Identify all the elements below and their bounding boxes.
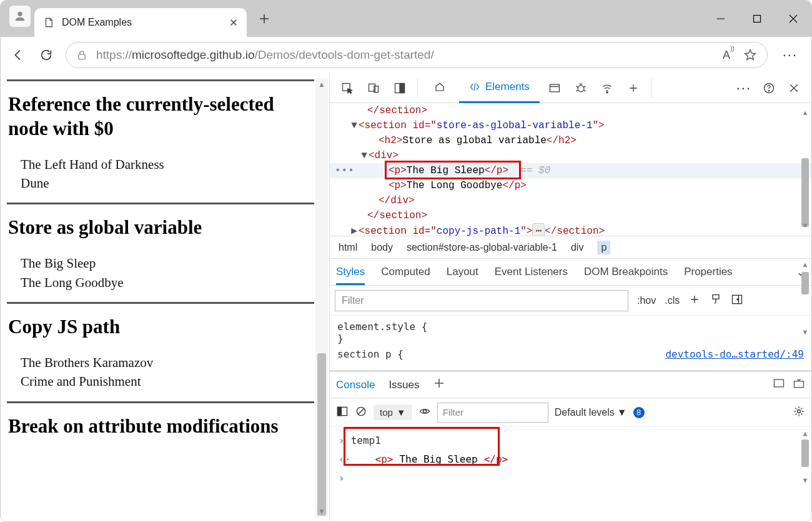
section-heading: Store as global variable bbox=[8, 216, 314, 240]
tab-properties[interactable]: Properties bbox=[684, 266, 732, 278]
close-tab-icon[interactable] bbox=[229, 18, 238, 27]
profile-button[interactable] bbox=[9, 6, 31, 27]
bug-icon[interactable] bbox=[570, 77, 592, 99]
list-item: Dune bbox=[21, 174, 314, 193]
issues-counter[interactable]: 8 bbox=[633, 407, 645, 418]
read-aloud-icon[interactable]: A)) bbox=[723, 49, 735, 62]
section-heading: Reference the currently-selected node wi… bbox=[8, 93, 314, 141]
dock-icon[interactable] bbox=[389, 77, 411, 99]
more-tabs-icon[interactable] bbox=[622, 77, 645, 99]
clear-console-icon[interactable] bbox=[355, 405, 367, 419]
devtools-panel: Elements ··· </section> ▼<section id="st… bbox=[329, 73, 811, 522]
elements-tree[interactable]: </section> ▼<section id="store-as-global… bbox=[330, 103, 811, 236]
svg-point-10 bbox=[607, 91, 608, 93]
tab-dom-breakpoints[interactable]: DOM Breakpoints bbox=[584, 266, 668, 278]
context-select[interactable]: top ▼ bbox=[374, 404, 412, 420]
svg-point-9 bbox=[578, 85, 584, 91]
console-settings-icon[interactable] bbox=[793, 405, 805, 419]
window-controls bbox=[703, 1, 811, 37]
computed-toggle-icon[interactable] bbox=[731, 293, 743, 308]
console-body[interactable]: ›temp1 ‹· <p>The Big Sleep</p> › ▲▼ bbox=[330, 427, 811, 522]
page-content: Reference the currently-selected node wi… bbox=[1, 73, 329, 522]
device-toggle-icon[interactable] bbox=[362, 77, 385, 99]
new-tab-button[interactable] bbox=[252, 6, 277, 31]
toolbar: https://microsoftedge.github.io/Demos/de… bbox=[1, 37, 811, 73]
svg-rect-2 bbox=[79, 54, 86, 59]
app-tab-icon[interactable] bbox=[543, 77, 566, 99]
scrollbar[interactable]: ▲ ▼ bbox=[315, 78, 328, 518]
hov-toggle[interactable]: :hov bbox=[637, 295, 656, 306]
paint-icon[interactable] bbox=[710, 293, 722, 308]
svg-point-20 bbox=[423, 410, 426, 413]
elements-tab[interactable]: Elements bbox=[459, 73, 540, 103]
cls-toggle[interactable]: .cls bbox=[665, 295, 680, 306]
list-item: The Brothers Karamazov bbox=[21, 353, 314, 372]
styles-toolbar: Filter :hov .cls ▲▼ bbox=[330, 286, 811, 316]
network-conditions-icon[interactable] bbox=[596, 77, 618, 99]
url-text: https://microsoftedge.github.io/Demos/de… bbox=[96, 48, 434, 62]
address-bar[interactable]: https://microsoftedge.github.io/Demos/de… bbox=[66, 42, 768, 68]
console-sidebar-toggle-icon[interactable] bbox=[336, 405, 349, 419]
window-titlebar: DOM Examples bbox=[1, 1, 811, 37]
page-icon bbox=[43, 17, 54, 28]
svg-rect-18 bbox=[338, 407, 342, 415]
console-sidebar-icon[interactable] bbox=[773, 377, 785, 393]
list-item: The Left Hand of Darkness bbox=[21, 155, 314, 174]
back-button[interactable] bbox=[11, 47, 27, 63]
new-style-rule-icon[interactable] bbox=[688, 293, 701, 308]
more-menu[interactable]: ··· bbox=[779, 47, 801, 63]
code-icon bbox=[469, 81, 480, 93]
drawer-collapse-icon[interactable] bbox=[793, 377, 805, 393]
svg-point-0 bbox=[17, 12, 22, 16]
devtools-more-icon[interactable]: ··· bbox=[733, 80, 755, 96]
inspect-element-icon[interactable] bbox=[336, 77, 359, 99]
svg-rect-13 bbox=[713, 295, 719, 299]
dom-breadcrumb[interactable]: html body section#store-as-global-variab… bbox=[330, 236, 811, 258]
issues-tab[interactable]: Issues bbox=[389, 379, 419, 391]
styles-rules[interactable]: element.style { } section p { devtools-d… bbox=[330, 316, 811, 371]
source-link[interactable]: devtools-do…started/:49 bbox=[665, 348, 804, 360]
log-levels[interactable]: Default levels ▼ bbox=[555, 407, 627, 418]
svg-rect-1 bbox=[754, 16, 761, 23]
section-heading: Copy JS path bbox=[8, 315, 314, 339]
console-filter[interactable]: Filter bbox=[437, 403, 548, 423]
help-icon[interactable] bbox=[758, 77, 780, 99]
console-drawer: Console Issues top ▼ Filter Default leve… bbox=[330, 371, 811, 522]
scrollbar[interactable]: ▲▼ bbox=[800, 106, 810, 233]
scrollbar[interactable]: ▲▼ bbox=[800, 429, 810, 484]
list-item: Crime and Punishment bbox=[21, 372, 314, 391]
devtools-toolbar: Elements ··· bbox=[330, 73, 811, 103]
tab-event-listeners[interactable]: Event Listeners bbox=[495, 266, 568, 278]
styles-filter[interactable]: Filter bbox=[335, 290, 628, 311]
svg-rect-7 bbox=[400, 83, 405, 93]
minimize-button[interactable] bbox=[703, 1, 739, 37]
tab-computed[interactable]: Computed bbox=[381, 266, 430, 278]
styles-tabs: Styles Computed Layout Event Listeners D… bbox=[330, 258, 811, 286]
svg-rect-15 bbox=[775, 379, 784, 387]
section-heading: Break on attribute modifications bbox=[8, 414, 314, 439]
tab-title: DOM Examples bbox=[62, 17, 132, 28]
close-window-button[interactable] bbox=[775, 1, 811, 37]
svg-point-21 bbox=[798, 410, 801, 413]
svg-point-12 bbox=[768, 90, 770, 91]
console-tab[interactable]: Console bbox=[336, 379, 375, 391]
list-item: The Long Goodbye bbox=[21, 273, 314, 292]
welcome-tab[interactable] bbox=[424, 73, 455, 103]
selected-node-marker: ••• bbox=[335, 163, 355, 178]
refresh-button[interactable] bbox=[38, 47, 54, 63]
tab-layout[interactable]: Layout bbox=[447, 266, 478, 278]
add-drawer-tab-icon[interactable] bbox=[433, 378, 445, 392]
console-input-line: temp1 bbox=[351, 434, 381, 446]
person-icon bbox=[13, 9, 27, 23]
home-icon bbox=[434, 81, 445, 93]
maximize-button[interactable] bbox=[739, 1, 775, 37]
browser-tab[interactable]: DOM Examples bbox=[34, 8, 247, 37]
list-item: The Big Sleep bbox=[21, 254, 314, 273]
live-expression-icon[interactable] bbox=[418, 405, 431, 419]
tab-styles[interactable]: Styles bbox=[336, 266, 365, 285]
favorite-icon[interactable] bbox=[743, 48, 757, 62]
lock-icon bbox=[76, 49, 87, 61]
svg-rect-16 bbox=[795, 381, 804, 388]
close-devtools-icon[interactable] bbox=[783, 77, 805, 99]
svg-rect-8 bbox=[550, 84, 559, 92]
